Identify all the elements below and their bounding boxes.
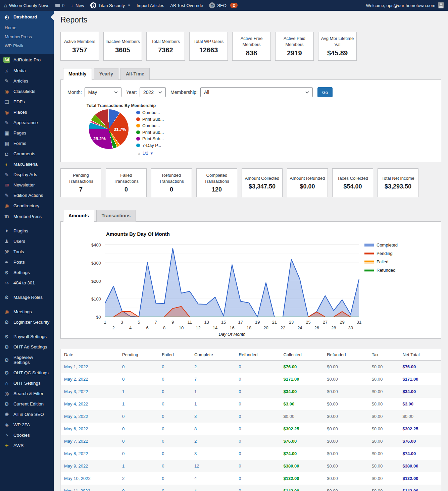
sidebar-subitem-home[interactable]: Home bbox=[0, 23, 54, 32]
welcome-text[interactable]: Welcome, ops@our-hometown.com bbox=[366, 3, 435, 8]
sidebar-item-maxgalleria[interactable]: ◐MaxGalleria bbox=[0, 159, 54, 169]
site-menu[interactable]: ⌂ Wilson County News bbox=[4, 3, 49, 8]
sidebar-item-404-to-301[interactable]: ↪404 to 301 bbox=[0, 278, 54, 288]
table-cell[interactable]: 1 bbox=[191, 398, 235, 410]
table-cell[interactable]: 0 bbox=[235, 361, 280, 373]
sidebar-item-posts[interactable]: ✒Posts bbox=[0, 257, 54, 267]
table-cell[interactable]: 0 bbox=[119, 361, 158, 373]
table-cell[interactable]: 2 bbox=[191, 361, 235, 373]
table-cell[interactable]: 1 bbox=[119, 385, 158, 398]
table-cell[interactable]: 0 bbox=[119, 485, 158, 491]
tab-monthly[interactable]: Monthly bbox=[63, 68, 92, 80]
sidebar-item-display-ads[interactable]: ✎Display Ads bbox=[0, 169, 54, 180]
sidebar-item-adrotate-pro[interactable]: AdAdRotate Pro bbox=[0, 54, 54, 65]
pie-legend-item[interactable]: Print Sub... bbox=[136, 136, 164, 141]
table-cell[interactable]: 0 bbox=[235, 472, 280, 485]
tab-all-time[interactable]: All-Time bbox=[120, 68, 150, 80]
table-cell[interactable]: 0 bbox=[158, 485, 191, 491]
new-menu[interactable]: + New bbox=[70, 3, 84, 8]
date-link[interactable]: May 1, 2022 bbox=[61, 361, 119, 373]
sidebar-item-settings[interactable]: ⚙Settings bbox=[0, 267, 54, 278]
month-select[interactable]: May bbox=[85, 87, 121, 97]
sidebar-item-paywall-settings[interactable]: ⚙Paywall Settings bbox=[0, 331, 54, 342]
ab-test-override-menu[interactable]: AB Test Override bbox=[170, 3, 203, 8]
go-button[interactable]: Go bbox=[317, 87, 333, 97]
membership-select[interactable]: All bbox=[200, 87, 313, 97]
sidebar-subitem-memberpress[interactable]: MemberPress bbox=[0, 32, 54, 41]
sidebar-item-pages[interactable]: ▣Pages bbox=[0, 128, 54, 138]
table-cell[interactable]: 1 bbox=[119, 398, 158, 410]
date-link[interactable]: May 11, 2022 bbox=[61, 485, 119, 491]
sidebar-item-wp-2fa[interactable]: ◈WP 2FA bbox=[0, 420, 54, 430]
sidebar-item-cookies[interactable]: ◔Cookies bbox=[0, 430, 54, 440]
table-cell[interactable]: 1 bbox=[119, 460, 158, 472]
year-select[interactable]: 2022 bbox=[140, 87, 166, 97]
date-link[interactable]: May 7, 2022 bbox=[61, 435, 119, 447]
table-cell[interactable]: 1 bbox=[191, 385, 235, 398]
sidebar-item-articles[interactable]: ✎Articles bbox=[0, 76, 54, 86]
sidebar-item-classifieds[interactable]: ◉Classifieds bbox=[0, 86, 54, 97]
sidebar-item-meetings[interactable]: ◉Meetings bbox=[0, 307, 54, 317]
sidebar-item-places[interactable]: ◉Places bbox=[0, 107, 54, 117]
table-cell[interactable]: 0 bbox=[158, 435, 191, 447]
seo-menu[interactable]: ⚙ SEO 2 bbox=[209, 2, 237, 8]
sidebar-item-plugins[interactable]: ✦Plugins bbox=[0, 226, 54, 236]
table-cell[interactable]: 0 bbox=[158, 373, 191, 385]
sidebar-item-search-filter[interactable]: ◎Search & Filter bbox=[0, 388, 54, 399]
sidebar-item-geodirectory[interactable]: ◉Geodirectory bbox=[0, 201, 54, 211]
sidebar-item-newsletter[interactable]: ✉Newsletter bbox=[0, 180, 54, 190]
table-cell[interactable]: 0 bbox=[158, 398, 191, 410]
table-cell[interactable]: 3 bbox=[191, 447, 235, 460]
pie-legend-item[interactable]: Print Sub... bbox=[136, 130, 164, 135]
table-cell[interactable]: 7 bbox=[191, 373, 235, 385]
table-cell[interactable]: 0 bbox=[119, 373, 158, 385]
table-cell[interactable]: 0 bbox=[119, 423, 158, 435]
table-cell[interactable]: 0 bbox=[158, 447, 191, 460]
sidebar-item-comments[interactable]: ◘Comments bbox=[0, 149, 54, 159]
table-cell[interactable]: 4 bbox=[191, 472, 235, 485]
table-cell[interactable]: 0 bbox=[235, 460, 280, 472]
table-cell[interactable]: 0 bbox=[235, 385, 280, 398]
date-link[interactable]: May 5, 2022 bbox=[61, 410, 119, 423]
sidebar-item-aws[interactable]: ✦AWS bbox=[0, 440, 54, 451]
table-cell[interactable]: 0 bbox=[235, 373, 280, 385]
sidebar-item-pageview-settings[interactable]: ⚙Pageview Settings bbox=[0, 352, 54, 368]
pie-legend-item[interactable]: Combo... bbox=[136, 110, 164, 115]
sidebar-item-all-in-one-seo[interactable]: ✺All in One SEO bbox=[0, 409, 54, 420]
sidebar-item-loginizer-security[interactable]: ⚙Loginizer Security bbox=[0, 317, 54, 327]
table-cell[interactable]: 8 bbox=[191, 423, 235, 435]
date-link[interactable]: May 6, 2022 bbox=[61, 423, 119, 435]
date-link[interactable]: May 3, 2022 bbox=[61, 385, 119, 398]
pie-legend-item[interactable]: Print Sub... bbox=[136, 117, 164, 122]
import-articles-menu[interactable]: Import Articles bbox=[137, 3, 164, 8]
table-cell[interactable]: 0 bbox=[235, 447, 280, 460]
sidebar-item-appearance[interactable]: ✎Appearance bbox=[0, 117, 54, 128]
legend-prev-icon[interactable]: ▲ bbox=[137, 151, 141, 155]
sidebar-item-manage-roles[interactable]: ⚙Manage Roles bbox=[0, 292, 54, 303]
date-link[interactable]: May 4, 2022 bbox=[61, 398, 119, 410]
table-cell[interactable]: 2 bbox=[191, 435, 235, 447]
date-link[interactable]: May 9, 2022 bbox=[61, 460, 119, 472]
table-cell[interactable]: 0 bbox=[119, 447, 158, 460]
tab-yearly[interactable]: Yearly bbox=[94, 68, 118, 80]
legend-next-icon[interactable]: ▼ bbox=[150, 151, 154, 155]
titan-security-menu[interactable]: Titan Security ▼ bbox=[90, 2, 131, 8]
avatar[interactable] bbox=[438, 2, 444, 8]
sidebar-item-media[interactable]: ♫Media bbox=[0, 65, 54, 76]
table-cell[interactable]: 0 bbox=[235, 410, 280, 423]
sidebar-item-memberpress[interactable]: mMemberPress bbox=[0, 211, 54, 222]
table-cell[interactable]: 0 bbox=[119, 410, 158, 423]
sidebar-item-forms[interactable]: ▦Forms bbox=[0, 138, 54, 149]
table-cell[interactable]: 12 bbox=[191, 460, 235, 472]
sidebar-item-users[interactable]: ♟Users bbox=[0, 236, 54, 247]
date-link[interactable]: May 10, 2022 bbox=[61, 472, 119, 485]
table-cell[interactable]: 0 bbox=[235, 423, 280, 435]
table-cell[interactable]: 0 bbox=[158, 410, 191, 423]
table-cell[interactable]: 4 bbox=[191, 485, 235, 491]
table-cell[interactable]: 2 bbox=[119, 472, 158, 485]
sidebar-item-oht-qc-settings[interactable]: ⚙OHT QC Settings bbox=[0, 368, 54, 378]
tab-amounts[interactable]: Amounts bbox=[63, 210, 94, 222]
table-cell[interactable]: 0 bbox=[158, 361, 191, 373]
date-link[interactable]: May 2, 2022 bbox=[61, 373, 119, 385]
sidebar-item-edition-actions[interactable]: ✎Edition Actions bbox=[0, 190, 54, 201]
